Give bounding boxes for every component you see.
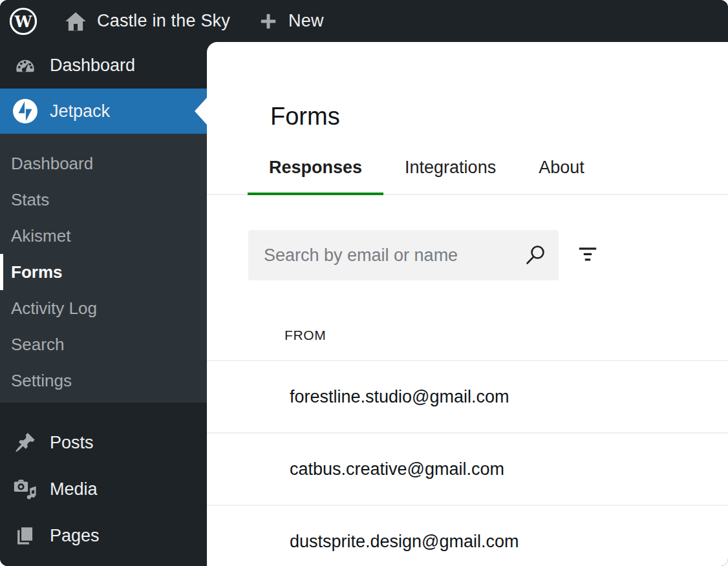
response-from-email: forestline.studio@gmail.com bbox=[290, 387, 509, 407]
menu-separator bbox=[0, 403, 207, 419]
plus-icon bbox=[256, 12, 281, 31]
search-icon bbox=[524, 244, 547, 267]
page-title: Forms bbox=[270, 104, 340, 129]
jetpack-submenu-search[interactable]: Search bbox=[0, 326, 207, 362]
column-header-from: FROM bbox=[207, 324, 728, 361]
filter-button[interactable] bbox=[577, 244, 599, 266]
sidebar-item-label: Pages bbox=[50, 526, 100, 546]
new-content-button[interactable]: New bbox=[256, 11, 324, 31]
jetpack-submenu-stats[interactable]: Stats bbox=[0, 182, 207, 218]
jetpack-submenu-dashboard[interactable]: Dashboard bbox=[0, 145, 207, 182]
sidebar-item-label: Jetpack bbox=[50, 101, 110, 121]
wordpress-logo-icon: W bbox=[9, 7, 37, 36]
responses-table: FROM forestline.studio@gmail.com catbus.… bbox=[207, 324, 728, 566]
response-from-email: dustsprite.design@gmail.com bbox=[290, 532, 519, 552]
jetpack-submenu-settings[interactable]: Settings bbox=[0, 362, 207, 399]
sidebar-item-label: Posts bbox=[50, 433, 94, 453]
sidebar-item-jetpack[interactable]: Jetpack bbox=[0, 89, 207, 134]
wordpress-logo-button[interactable]: W bbox=[9, 7, 37, 36]
tab-integrations[interactable]: Integrations bbox=[383, 147, 517, 194]
sidebar-item-label: Dashboard bbox=[50, 56, 135, 76]
response-from-email: catbus.creative@gmail.com bbox=[290, 459, 504, 479]
media-icon bbox=[13, 477, 37, 501]
current-menu-arrow bbox=[195, 98, 207, 125]
sidebar-item-dashboard[interactable]: Dashboard bbox=[0, 42, 207, 89]
svg-text:W: W bbox=[14, 12, 33, 30]
sidebar-item-pages[interactable]: Pages bbox=[0, 512, 207, 559]
admin-sidebar: Dashboard Jetpack Dashboard Stats Akisme… bbox=[0, 42, 207, 566]
search-input-wrapper bbox=[248, 230, 559, 280]
sidebar-item-label: Media bbox=[50, 479, 98, 499]
jetpack-icon bbox=[13, 98, 37, 124]
search-input[interactable] bbox=[248, 230, 559, 280]
admin-bar: W Castle in the Sky New bbox=[0, 0, 728, 42]
tab-about[interactable]: About bbox=[517, 147, 606, 194]
responses-toolbar bbox=[248, 230, 599, 280]
forms-content-panel: Forms Responses Integrations About bbox=[207, 42, 728, 566]
pages-icon bbox=[13, 525, 37, 547]
dashboard-gauge-icon bbox=[13, 54, 37, 76]
tab-responses[interactable]: Responses bbox=[248, 147, 383, 194]
home-icon bbox=[63, 10, 88, 33]
filter-icon bbox=[577, 244, 599, 266]
sidebar-item-posts[interactable]: Posts bbox=[0, 419, 207, 466]
table-row[interactable]: dustsprite.design@gmail.com bbox=[207, 506, 728, 566]
site-name-link[interactable]: Castle in the Sky bbox=[63, 10, 230, 33]
jetpack-submenu: Dashboard Stats Akismet Forms Activity L… bbox=[0, 134, 207, 403]
pushpin-icon bbox=[13, 432, 37, 454]
wordpress-admin-screen: W Castle in the Sky New bbox=[0, 0, 728, 566]
table-row[interactable]: forestline.studio@gmail.com bbox=[207, 361, 728, 434]
jetpack-submenu-akismet[interactable]: Akismet bbox=[0, 218, 207, 254]
jetpack-submenu-forms[interactable]: Forms bbox=[0, 254, 207, 290]
table-row[interactable]: catbus.creative@gmail.com bbox=[207, 434, 728, 506]
sidebar-item-media[interactable]: Media bbox=[0, 466, 207, 512]
new-label: New bbox=[288, 11, 324, 31]
jetpack-submenu-activity-log[interactable]: Activity Log bbox=[0, 290, 207, 326]
site-name-label: Castle in the Sky bbox=[97, 11, 230, 31]
tab-bar: Responses Integrations About bbox=[207, 147, 728, 195]
